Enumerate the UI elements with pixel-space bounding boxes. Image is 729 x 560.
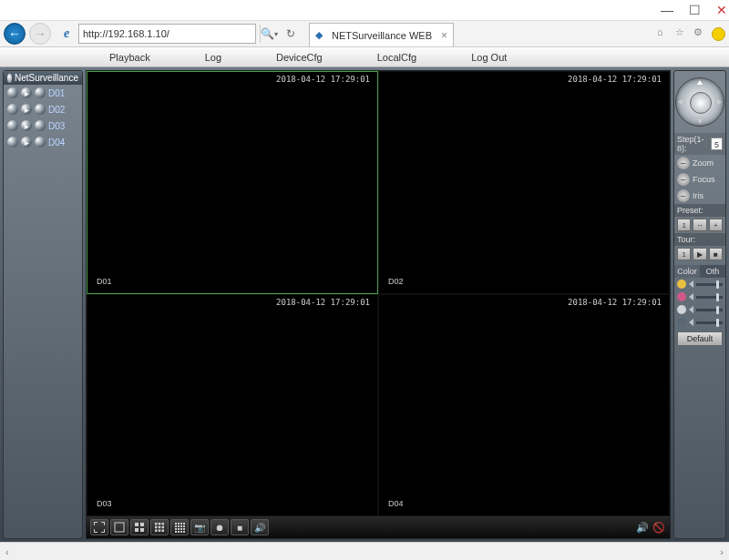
extra-toggle-d01[interactable] — [35, 87, 46, 98]
ptz-up-button[interactable] — [697, 80, 703, 85]
mute-icon[interactable]: 🚫 — [652, 520, 666, 535]
contrast-slider[interactable] — [696, 296, 723, 299]
video-cell-d01[interactable]: 2018-04-12 17:29:01 D01 — [87, 71, 378, 294]
svg-rect-28 — [180, 531, 182, 533]
other-tab[interactable]: Oth — [700, 265, 725, 278]
record-toggle-d01[interactable] — [7, 87, 18, 98]
video-cell-d02[interactable]: 2018-04-12 17:29:01 D02 — [378, 71, 670, 294]
extra-toggle-d02[interactable] — [35, 104, 46, 115]
stop-all-button[interactable]: ■ — [231, 519, 249, 535]
play-toggle-d04[interactable]: ▶ — [21, 137, 32, 148]
contrast-icon — [677, 292, 686, 301]
browser-statusbar: ‹ › — [0, 542, 729, 560]
nav-back-button[interactable]: ← — [4, 23, 26, 45]
layout-1-button[interactable] — [110, 519, 128, 535]
feedback-icon[interactable] — [712, 27, 725, 41]
tour-value[interactable]: 1 — [677, 248, 691, 260]
channel-link-d01[interactable]: D01 — [48, 88, 65, 98]
timestamp-d01: 2018-04-12 17:29:01 — [276, 75, 370, 84]
play-toggle-d01[interactable]: ▶ — [21, 87, 32, 98]
svg-rect-18 — [175, 525, 177, 527]
hue-dec-button[interactable] — [689, 319, 693, 326]
search-button[interactable]: 🔍▾ — [260, 25, 278, 43]
status-next-button[interactable]: › — [720, 546, 724, 557]
menu-devicecfg[interactable]: DeviceCfg — [249, 47, 350, 66]
record-toggle-d03[interactable] — [7, 120, 18, 131]
ptz-left-button[interactable] — [678, 99, 683, 105]
video-cell-d03[interactable]: 2018-04-12 17:29:01 D03 — [87, 294, 378, 517]
brightness-dec-button[interactable] — [689, 280, 693, 288]
zoom-label: Zoom — [693, 158, 714, 168]
extra-toggle-d03[interactable] — [35, 120, 46, 131]
channel-link-d03[interactable]: D03 — [48, 121, 65, 131]
svg-rect-15 — [178, 523, 180, 524]
cell-label-d03: D03 — [97, 499, 112, 508]
home-icon[interactable]: ⌂ — [657, 26, 672, 41]
nav-forward-button[interactable]: → — [29, 23, 51, 45]
menu-playback[interactable]: Playback — [82, 47, 178, 66]
window-min-button[interactable]: — — [662, 5, 673, 15]
tab-title: NETSurveillance WEB — [332, 30, 432, 41]
preset-add-button[interactable]: + — [709, 219, 723, 231]
svg-rect-21 — [183, 525, 185, 527]
svg-rect-3 — [135, 528, 139, 532]
channel-row-d03: ▶ D03 — [4, 117, 82, 134]
zoom-out-button[interactable]: − — [677, 157, 690, 169]
record-toggle-d04[interactable] — [7, 137, 18, 148]
status-prev-button[interactable]: ‹ — [5, 546, 9, 557]
focus-label: Focus — [693, 175, 715, 184]
settings-icon[interactable]: ⚙ — [693, 26, 708, 41]
video-grid: 2018-04-12 17:29:01 D01 2018-04-12 17:29… — [87, 71, 670, 516]
layout-16-button[interactable] — [170, 519, 189, 535]
svg-rect-22 — [175, 528, 177, 530]
tab-close-button[interactable]: × — [441, 29, 447, 42]
channel-link-d02[interactable]: D02 — [48, 105, 65, 115]
step-input[interactable]: 5 — [711, 137, 723, 150]
browser-tab[interactable]: ◆ NETSurveillance WEB × — [309, 23, 454, 46]
menu-logout[interactable]: Log Out — [444, 47, 534, 66]
saturation-dec-button[interactable] — [689, 306, 693, 313]
record-toggle-d02[interactable] — [7, 104, 18, 115]
menu-localcfg[interactable]: LocalCfg — [350, 47, 444, 66]
play-toggle-d03[interactable]: ▶ — [21, 120, 32, 131]
svg-rect-29 — [183, 531, 185, 533]
timestamp-d04: 2018-04-12 17:29:01 — [568, 298, 662, 307]
default-button[interactable]: Default — [677, 331, 723, 346]
iris-out-button[interactable]: − — [677, 189, 690, 202]
contrast-dec-button[interactable] — [689, 293, 693, 300]
color-tab[interactable]: Color — [674, 265, 700, 278]
saturation-slider[interactable] — [696, 309, 723, 311]
address-bar[interactable]: http://192.168.1.10/ — [78, 24, 256, 44]
layout-9-button[interactable] — [150, 519, 169, 535]
svg-rect-17 — [183, 523, 185, 524]
preset-value[interactable]: 1 — [677, 219, 691, 231]
ptz-down-button[interactable] — [697, 119, 703, 124]
extra-toggle-d04[interactable] — [35, 137, 46, 148]
preset-goto-button[interactable]: ↔ — [693, 219, 706, 231]
brightness-slider[interactable] — [696, 283, 723, 286]
fullscreen-button[interactable] — [90, 519, 108, 535]
ptz-dial[interactable] — [674, 71, 725, 133]
favorites-icon[interactable]: ☆ — [675, 26, 690, 41]
hue-slider[interactable] — [696, 321, 723, 324]
video-cell-d04[interactable]: 2018-04-12 17:29:01 D04 — [378, 294, 670, 517]
menu-log[interactable]: Log — [178, 47, 249, 66]
window-max-button[interactable]: ☐ — [689, 5, 700, 15]
tour-stop-button[interactable]: ■ — [709, 248, 723, 260]
audio-button[interactable]: 🔊 — [251, 519, 269, 535]
snapshot-button[interactable]: 📷 — [190, 519, 209, 535]
layout-4-button[interactable] — [130, 519, 149, 535]
svg-rect-0 — [115, 523, 124, 532]
svg-rect-13 — [162, 530, 165, 533]
play-toggle-d02[interactable]: ▶ — [21, 104, 32, 115]
record-all-button[interactable]: ⏺ — [210, 519, 229, 535]
volume-icon[interactable]: 🔊 — [635, 520, 650, 535]
window-close-button[interactable]: ✕ — [716, 5, 727, 15]
svg-rect-9 — [159, 526, 161, 529]
tour-play-button[interactable]: ▶ — [693, 248, 706, 260]
svg-rect-12 — [159, 530, 161, 533]
ptz-right-button[interactable] — [717, 99, 722, 105]
refresh-button[interactable]: ↻ — [282, 25, 300, 43]
channel-link-d04[interactable]: D04 — [48, 137, 65, 148]
focus-out-button[interactable]: − — [677, 173, 690, 186]
